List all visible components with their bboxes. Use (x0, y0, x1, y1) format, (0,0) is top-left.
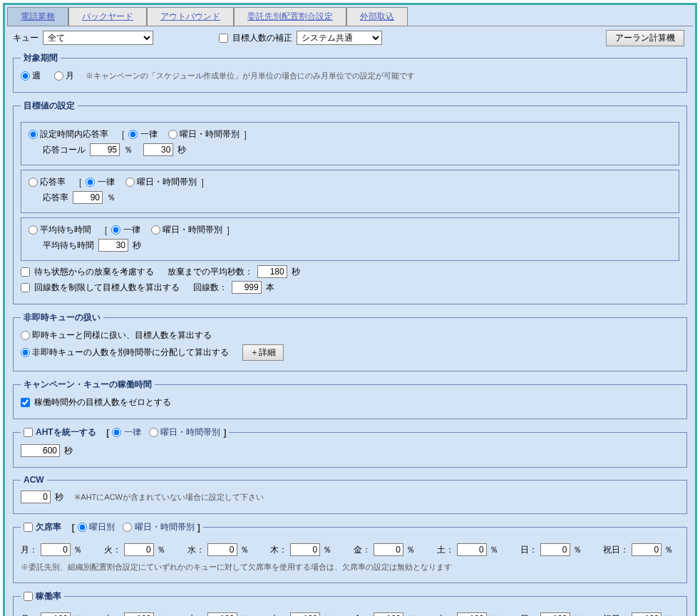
nonreal-opt2-radio[interactable] (21, 348, 30, 357)
ar-daytime-radio[interactable] (125, 178, 135, 187)
answer-call-pct-input[interactable] (90, 143, 120, 156)
pct-unit2: ％ (107, 192, 115, 204)
period-week-label: 週 (32, 71, 41, 81)
nonreal-detail-button[interactable]: ＋詳細 (242, 344, 284, 361)
service-level-radio[interactable] (29, 130, 38, 139)
tab-telephone[interactable]: 電話業務 (7, 7, 68, 26)
absence-hol-label: 祝日： (603, 544, 629, 556)
abandon-sec-input[interactable] (257, 265, 287, 278)
answer-rate-radio[interactable] (29, 178, 38, 187)
aht-fieldset: AHTを統一する [ 一律 曜日・時間帯別 ] 秒 (13, 426, 687, 468)
aw-uniform-radio[interactable] (111, 225, 120, 235)
absence-daytime-radio[interactable] (123, 523, 132, 532)
oprate-sun-label: 日： (520, 613, 537, 617)
aw-daytime-radio[interactable] (151, 225, 160, 235)
oprate-tue-input[interactable] (124, 612, 154, 616)
target-legend: 目標値の設定 (21, 100, 78, 112)
absence-fieldset: 欠席率 [ 曜日別 曜日・時間帯別 ] 月：％ 火：％ 水：％ 木：％ 金：％ … (13, 521, 687, 583)
absence-sun-label: 日： (520, 544, 537, 556)
aht-legend: AHTを統一する [ 一律 曜日・時間帯別 ] (21, 426, 229, 438)
aht-daytime-radio[interactable] (149, 428, 158, 437)
answer-rate-input[interactable] (73, 191, 103, 204)
oprate-sat-label: 土： (437, 613, 454, 617)
erlang-calculator-button[interactable]: アーラン計算機 (606, 30, 684, 46)
period-legend: 対象期間 (21, 52, 61, 64)
oprate-hol-input[interactable] (632, 612, 662, 616)
aht-uniform-radio[interactable] (112, 428, 121, 437)
avg-wait-group: 平均待ち時間 [ 一律 曜日・時間帯別 ] 平均待ち時間 秒 (21, 217, 679, 261)
aht-daytime-label: 曜日・時間帯別 (160, 427, 220, 437)
oprate-legend-text: 稼働率 (36, 590, 61, 602)
avg-wait-radio[interactable] (29, 225, 38, 235)
avg-wait-label: 平均待ち時間 (40, 225, 91, 235)
tab-external-import[interactable]: 外部取込 (346, 7, 408, 26)
absence-hol-input[interactable] (632, 543, 662, 556)
absence-byday-label: 曜日別 (89, 522, 115, 532)
correction-select[interactable]: システム共通 (297, 31, 382, 45)
ar-uniform-radio[interactable] (86, 178, 95, 187)
absence-sun-input[interactable] (540, 543, 570, 556)
absence-thu-input[interactable] (290, 543, 320, 556)
sl-daytime-label: 曜日・時間帯別 (180, 129, 240, 139)
absence-checkbox[interactable] (24, 523, 33, 532)
top-row: キュー 全て 目標人数の補正 システム共通 アーラン計算機 (13, 31, 687, 45)
absence-mon-label: 月： (21, 544, 38, 556)
absence-mon-input[interactable] (41, 543, 71, 556)
period-month-radio[interactable] (54, 71, 63, 81)
absence-legend: 欠席率 [ 曜日別 曜日・時間帯別 ] (21, 521, 203, 533)
line-count-input[interactable] (232, 281, 262, 294)
absence-sat-label: 土： (437, 544, 454, 556)
sl-daytime-radio[interactable] (168, 130, 177, 139)
oprate-mon-label: 月： (21, 613, 38, 617)
period-week-radio[interactable] (21, 71, 30, 81)
oprate-wed-label: 水： (187, 613, 205, 617)
acw-value-input[interactable] (21, 491, 51, 503)
oprate-mon-input[interactable] (41, 612, 71, 616)
oprate-wed-input[interactable] (207, 612, 237, 616)
aht-unify-checkbox[interactable] (24, 428, 33, 437)
ar-daytime-label: 曜日・時間帯別 (137, 177, 197, 187)
app-frame: 電話業務 バックヤード アウトバウンド 委託先別配置割合設定 外部取込 キュー … (3, 3, 697, 616)
oprate-sat-input[interactable] (457, 612, 487, 616)
acw-note: ※AHTにACWが含まれていない場合に設定して下さい (74, 492, 264, 503)
tab-backyard[interactable]: バックヤード (68, 7, 147, 26)
nonreal-fieldset: 非即時キューの扱い 即時キューと同様に扱い、目標人数を算出する 非即時キューの人… (13, 312, 687, 371)
sec-unit2: 秒 (133, 240, 141, 252)
nonreal-opt1-label: 即時キューと同様に扱い、目標人数を算出する (32, 330, 212, 340)
oprate-sun-input[interactable] (540, 612, 570, 616)
avg-wait-sublabel: 平均待ち時間 (43, 240, 94, 252)
operating-legend: キャンペーン・キューの稼働時間 (21, 379, 155, 391)
absence-byday-radio[interactable] (78, 523, 87, 532)
acw-sec-unit: 秒 (55, 491, 63, 503)
operating-zero-label: 稼働時間外の目標人数をゼロとする (34, 396, 171, 409)
nonreal-opt2-label: 非即時キューの人数を別時間帯に分配して算出する (32, 347, 229, 357)
line-limit-checkbox[interactable] (21, 283, 30, 292)
oprate-fri-input[interactable] (374, 612, 403, 616)
abandon-checkbox[interactable] (21, 267, 30, 277)
answer-call-sec-input[interactable] (143, 143, 173, 156)
target-correction-checkbox[interactable] (219, 34, 228, 43)
abandon-avg-label: 放棄までの平均秒数： (168, 266, 253, 278)
nonreal-opt1-radio[interactable] (21, 331, 30, 340)
sl-uniform-label: 一律 (140, 129, 158, 139)
queue-label: キュー (13, 32, 38, 44)
oprate-thu-input[interactable] (290, 612, 320, 616)
absence-note: ※委託先別、組織別配置割合設定にていずれかのキューに対して欠席率を使用する場合は… (21, 562, 452, 573)
oprate-checkbox[interactable] (24, 592, 33, 601)
absence-fri-input[interactable] (374, 543, 403, 556)
avg-wait-input[interactable] (98, 239, 128, 252)
sl-uniform-radio[interactable] (128, 130, 138, 139)
absence-sat-input[interactable] (457, 543, 487, 556)
absence-wed-input[interactable] (207, 543, 237, 556)
oprate-legend: 稼働率 (21, 590, 64, 602)
period-note: ※キャンペーンの「スケジュール作成単位」が月単位の場合にのみ月単位での設定が可能… (86, 71, 415, 81)
tab-outbound[interactable]: アウトバウンド (147, 7, 234, 26)
absence-tue-input[interactable] (124, 543, 154, 556)
tab-contractor-ratio[interactable]: 委託先別配置割合設定 (234, 7, 346, 26)
queue-select[interactable]: 全て (43, 31, 153, 45)
absence-day-grid: 月：％ 火：％ 水：％ 木：％ 金：％ 土：％ 日：％ 祝日：％ (21, 543, 679, 556)
answer-call-label: 応答コール (43, 144, 86, 156)
operating-zero-checkbox[interactable] (21, 398, 30, 407)
oprate-thu-label: 木： (270, 613, 287, 617)
aht-value-input[interactable] (21, 444, 60, 457)
